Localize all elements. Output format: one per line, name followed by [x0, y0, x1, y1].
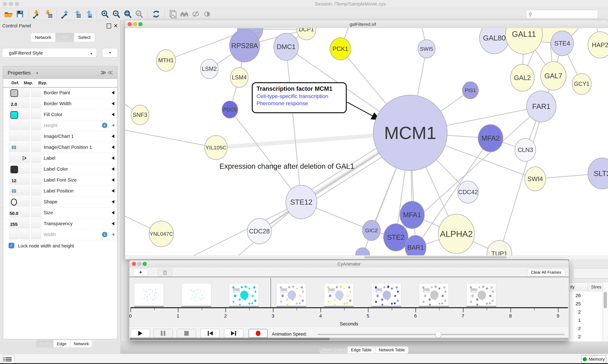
export-network-icon[interactable] [61, 10, 70, 19]
expand-all-icon[interactable]: ≫ [100, 69, 106, 76]
zoom-in-icon[interactable] [100, 10, 110, 19]
network-snapshot-icon[interactable] [168, 10, 178, 19]
timeline-frame-4[interactable] [324, 283, 354, 306]
property-cell[interactable] [20, 219, 30, 228]
expand-row-icon[interactable] [112, 145, 114, 149]
network-node-mfa1[interactable]: MFA1 [400, 201, 425, 229]
property-row-label-font-size[interactable]: 12Label Font Size [3, 175, 117, 186]
network-node-mcm1[interactable]: MCM1 [373, 95, 447, 171]
annotation-box[interactable]: Transcription factor MCM1 Cell-type-spec… [252, 82, 347, 113]
network-node-pck1[interactable]: PCK1 [330, 38, 351, 60]
property-cell[interactable]: 2.0 [9, 99, 19, 108]
play-button[interactable] [131, 329, 150, 338]
network-node-ste12[interactable]: STE12 [286, 185, 317, 219]
network-node-swi5[interactable]: SWI5 [418, 39, 435, 58]
expand-row-icon[interactable] [112, 135, 114, 138]
clear-all-frames-button[interactable]: Clear All Frames [527, 269, 565, 276]
network-node-rps28a[interactable]: RPS28A [229, 29, 260, 62]
minimize-window-icon[interactable] [137, 262, 141, 266]
search-input[interactable] [534, 12, 596, 17]
birds-eye-icon[interactable] [180, 10, 189, 19]
add-frame-button[interactable]: + [133, 269, 148, 276]
property-cell[interactable] [31, 121, 41, 130]
property-cell[interactable]: 50.0 [9, 208, 19, 217]
property-cell[interactable] [31, 143, 41, 152]
network-node-yil105c[interactable]: YIL105C [204, 135, 228, 160]
property-cell[interactable] [20, 186, 30, 195]
pause-button[interactable] [153, 329, 173, 338]
property-row-image-chart-1[interactable]: Image/Chart 1 [3, 131, 117, 142]
property-row-label[interactable]: Label [3, 153, 117, 164]
tab-network[interactable]: Network [70, 340, 93, 348]
network-node-gal7[interactable]: GAL7 [540, 61, 566, 91]
property-cell[interactable] [9, 154, 19, 163]
close-window-icon[interactable] [3, 2, 7, 6]
timeline-frame-1[interactable] [181, 283, 211, 306]
animation-speed-slider[interactable] [318, 334, 565, 335]
property-cell[interactable] [31, 176, 41, 185]
slider-thumb[interactable] [435, 331, 441, 338]
property-cell[interactable] [31, 99, 41, 108]
network-node-gic2[interactable]: GIC2 [362, 220, 381, 241]
property-row-image-chart-position-1[interactable]: Image/Chart Position 1 [3, 142, 117, 153]
table-row[interactable]: 2 [569, 308, 603, 316]
minimize-window-icon[interactable] [133, 22, 137, 26]
table-row[interactable]: 2 [569, 341, 603, 341]
network-node-snf3[interactable]: SNF3 [131, 105, 149, 125]
property-row-transparency[interactable]: 255Transparency [3, 218, 117, 229]
expand-row-icon[interactable] [112, 102, 114, 105]
annotation-link[interactable]: Cell-type-specific transcription [257, 93, 342, 99]
style-options-button[interactable]: ▾ [102, 48, 118, 58]
table-row[interactable]: 26 [569, 291, 603, 300]
network-node-lsm4[interactable]: LSM4 [230, 67, 249, 88]
skip-end-button[interactable] [224, 329, 243, 338]
timeline-playhead[interactable] [271, 278, 271, 308]
scrollbar-thumb[interactable] [604, 292, 607, 308]
table-row[interactable]: 1 [569, 316, 603, 324]
property-cell[interactable] [9, 230, 19, 239]
annotation-link[interactable]: Pheromone response [257, 100, 342, 106]
save-session-icon[interactable] [15, 10, 25, 19]
property-cell[interactable] [31, 165, 41, 174]
property-cell[interactable] [20, 197, 30, 207]
expand-row-icon[interactable] [112, 113, 114, 116]
info-icon[interactable]: i [102, 232, 107, 237]
tab-node[interactable]: Node [36, 340, 53, 348]
style-selector[interactable]: galFiltered Style ▾ [2, 48, 97, 58]
float-panel-icon[interactable] [107, 23, 111, 28]
property-row-label-color[interactable]: Label Color [3, 164, 117, 175]
property-cell[interactable] [20, 110, 30, 119]
property-row-width[interactable]: Widthi [3, 229, 117, 240]
skip-start-button[interactable] [200, 329, 220, 338]
network-node-gal2[interactable]: GAL2 [510, 64, 535, 91]
hide-details-icon[interactable] [191, 10, 200, 19]
export-image-icon[interactable] [83, 10, 93, 19]
property-cell[interactable] [31, 186, 41, 195]
property-cell[interactable] [31, 219, 41, 228]
cyanimator-timeline[interactable]: 0123456789 Seconds [129, 277, 569, 327]
expand-row-icon[interactable] [112, 167, 114, 171]
network-node-cdc28[interactable]: CDC28 [247, 218, 272, 244]
import-network-icon[interactable] [32, 10, 41, 19]
network-node-mfa2[interactable]: MFA2 [478, 124, 503, 152]
expand-row-icon[interactable] [112, 189, 114, 193]
table-row[interactable]: 25 [569, 300, 603, 308]
tab-select[interactable]: Select [74, 33, 95, 42]
property-cell[interactable]: 12 [9, 176, 19, 185]
expand-row-icon[interactable] [112, 178, 114, 182]
property-row-height[interactable]: Heighti [3, 120, 117, 131]
tab-style[interactable]: Style [55, 33, 74, 42]
property-cell[interactable] [31, 208, 41, 217]
property-cell[interactable] [9, 88, 19, 97]
property-cell[interactable] [9, 197, 19, 207]
tab-edge[interactable]: Edge [53, 340, 70, 348]
zoom-selected-icon[interactable] [135, 10, 144, 19]
task-history-button[interactable] [2, 355, 15, 364]
refresh-icon[interactable] [152, 10, 161, 19]
memory-button[interactable]: Memory [581, 355, 606, 363]
property-cell[interactable] [31, 230, 41, 239]
tab-edge-table[interactable]: Edge Table [347, 346, 375, 354]
network-node-far1[interactable]: FAR1 [526, 91, 556, 122]
property-cell[interactable] [9, 165, 19, 174]
tab-node-table[interactable]: Node Table [319, 346, 347, 354]
